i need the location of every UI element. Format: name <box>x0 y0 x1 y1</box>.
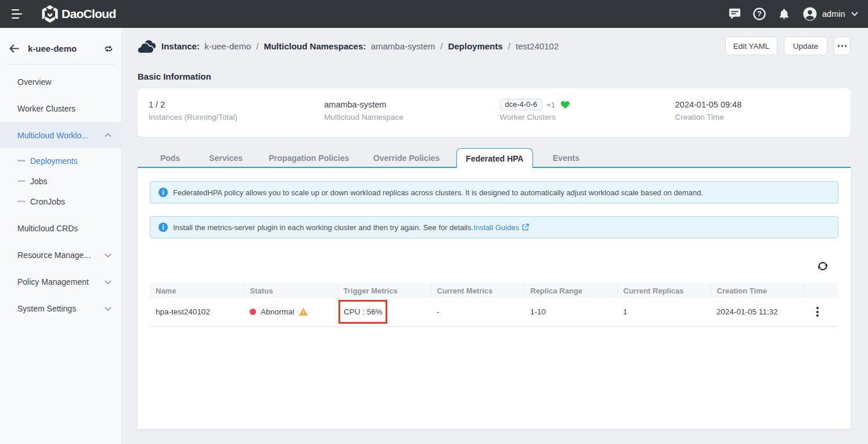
svg-text:?: ? <box>757 9 762 18</box>
